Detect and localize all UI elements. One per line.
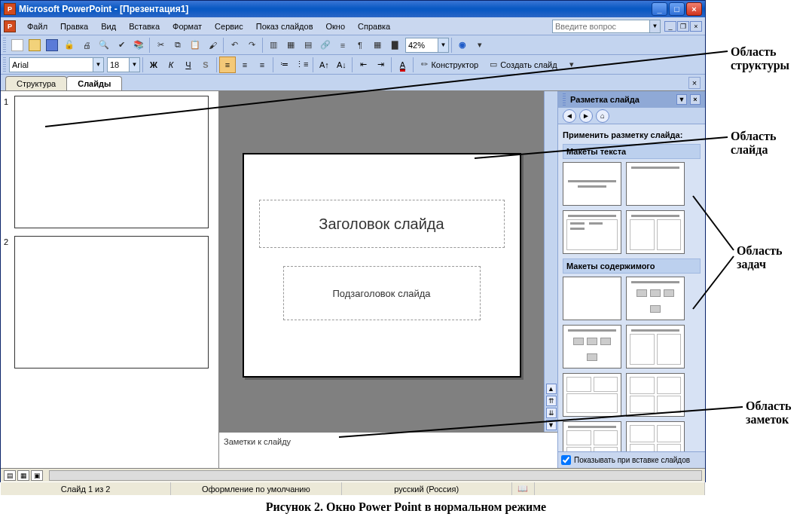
layout-big-four[interactable] [626,421,685,451]
menu-insert[interactable]: Вставка [123,20,166,33]
toolbar-grip[interactable] [3,57,6,72]
color-button[interactable]: ▇ [386,37,403,54]
slide-thumbnail-2[interactable] [14,236,209,369]
slideshow-view-button[interactable]: ▣ [31,470,43,481]
print-preview-button[interactable]: 🔍 [96,37,112,54]
horizontal-scrollbar[interactable] [49,470,702,481]
toolbar-options-button-2[interactable]: ▾ [563,57,580,73]
slide-canvas[interactable]: Заголовок слайда Подзаголовок слайда [219,91,544,432]
status-language[interactable]: русский (Россия) [342,482,512,495]
status-spell-icon[interactable]: 📖 [512,482,535,495]
taskpane-close-button[interactable]: × [690,94,701,105]
expand-all-button[interactable]: ≡ [334,37,351,54]
underline-button[interactable]: Ч [180,57,197,73]
layout-two-text[interactable] [626,210,685,254]
layout-content-left-text[interactable] [563,373,621,417]
doc-minimize-button[interactable]: _ [664,21,676,32]
insert-hyperlink-button[interactable]: 🔗 [317,37,334,54]
layout-four-content-title[interactable] [563,421,621,451]
format-painter-button[interactable]: 🖌 [204,37,221,54]
layout-four-content[interactable] [626,373,685,417]
tab-slides[interactable]: Слайды [66,76,122,90]
layout-blank[interactable] [563,277,621,320]
zoom-input[interactable] [406,38,438,52]
cut-button[interactable]: ✂ [152,37,169,54]
doc-close-button[interactable]: × [690,21,702,32]
show-formatting-button[interactable]: ¶ [352,37,368,54]
slide-thumbnail-1[interactable] [14,96,209,228]
redo-button[interactable]: ↷ [243,37,260,54]
font-input[interactable] [10,58,93,72]
notes-pane[interactable]: Заметки к слайду [219,432,557,468]
menu-format[interactable]: Формат [166,20,208,33]
nav-back-button[interactable]: ◄ [563,109,576,123]
paste-button[interactable]: 📋 [187,37,203,54]
menu-window[interactable]: Окно [320,20,352,33]
layout-content[interactable] [626,277,685,320]
tab-outline[interactable]: Структура [5,76,67,90]
font-dropdown[interactable]: ▼ [93,58,103,72]
spellcheck-button[interactable]: ✔ [113,37,130,54]
bullets-button[interactable]: ⋮≡ [293,57,310,73]
maximize-button[interactable]: □ [669,2,685,16]
increase-font-button[interactable]: A↑ [316,57,332,73]
open-button[interactable] [26,37,43,54]
designer-button[interactable]: ✏Конструктор [416,57,484,73]
increase-indent-button[interactable]: ⇥ [372,57,389,73]
italic-button[interactable]: К [163,57,179,73]
next-slide-button[interactable]: ▼ [546,420,557,430]
decrease-font-button[interactable]: A↓ [333,57,350,73]
title-placeholder[interactable]: Заголовок слайда [259,200,505,248]
menu-help[interactable]: Справка [352,20,396,33]
save-button[interactable] [44,37,60,54]
help-button[interactable]: ◉ [454,37,471,54]
powerpoint-icon[interactable]: P [4,20,16,32]
numbering-button[interactable]: ≔ [276,57,292,73]
help-search-input[interactable] [552,20,650,33]
help-search-dropdown[interactable]: ▼ [650,20,661,33]
decrease-indent-button[interactable]: ⇤ [355,57,371,73]
align-left-button[interactable]: ≡ [219,57,236,73]
layout-title-content[interactable] [563,325,621,369]
sorter-view-button[interactable]: ▦ [17,470,29,481]
next-slide-double-button[interactable]: ⇊ [546,408,557,418]
insert-chart-button[interactable]: ▥ [265,37,282,54]
font-combo[interactable]: ▼ [9,57,104,72]
close-pane-button[interactable]: × [688,77,701,89]
show-on-insert-checkbox[interactable] [561,455,571,465]
fontsize-input[interactable] [108,58,129,72]
fontsize-combo[interactable]: ▼ [107,57,140,72]
menu-slideshow[interactable]: Показ слайдов [250,20,319,33]
insert-table-button[interactable]: ▦ [282,37,299,54]
layout-title-only[interactable] [626,162,685,206]
menu-edit[interactable]: Правка [54,20,94,33]
minimize-button[interactable]: _ [652,2,667,16]
font-color-button[interactable]: A [394,57,411,73]
layout-title-text[interactable] [563,210,621,254]
nav-forward-button[interactable]: ► [579,109,593,123]
zoom-combo[interactable]: ▼ [405,38,449,53]
menu-view[interactable]: Вид [95,20,122,33]
copy-button[interactable]: ⧉ [169,37,186,54]
align-right-button[interactable]: ≡ [254,57,270,73]
toolbar-options-button[interactable]: ▾ [472,37,488,54]
bold-button[interactable]: Ж [145,57,162,73]
prev-slide-double-button[interactable]: ⇈ [546,396,557,406]
taskpane-menu-button[interactable]: ▼ [676,94,687,105]
shadow-button[interactable]: S [197,57,214,73]
toolbar-grip[interactable] [3,38,6,53]
nav-home-button[interactable]: ⌂ [596,109,609,123]
menu-tools[interactable]: Сервис [209,20,249,33]
fontsize-dropdown[interactable]: ▼ [129,58,139,72]
menu-file[interactable]: Файл [21,20,53,33]
outline-pane[interactable]: 1 2 [1,91,219,468]
tables-borders-button[interactable]: ▤ [300,37,316,54]
prev-slide-button[interactable]: ▲ [546,384,557,394]
permission-button[interactable]: 🔓 [61,37,78,54]
zoom-dropdown[interactable]: ▼ [438,38,448,52]
layout-two-content[interactable] [626,325,685,369]
align-center-button[interactable]: ≡ [237,57,253,73]
new-button[interactable] [9,37,26,54]
doc-restore-button[interactable]: ❐ [677,21,689,32]
print-button[interactable]: 🖨 [78,37,95,54]
